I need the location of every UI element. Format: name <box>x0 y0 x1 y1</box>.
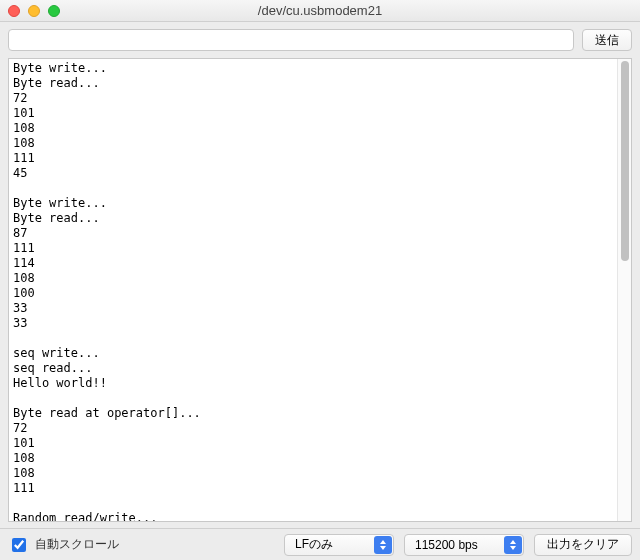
close-icon[interactable] <box>8 5 20 17</box>
baud-select[interactable]: 115200 bps <box>404 534 524 556</box>
autoscroll-checkbox[interactable]: 自動スクロール <box>8 535 274 555</box>
footer-bar: 自動スクロール LFのみ 115200 bps 出力をクリア <box>0 528 640 560</box>
line-ending-value: LFのみ <box>295 536 333 553</box>
zoom-icon[interactable] <box>48 5 60 17</box>
window-title: /dev/cu.usbmodem21 <box>258 3 382 18</box>
scrollbar-thumb[interactable] <box>621 61 629 261</box>
window-controls <box>8 5 60 17</box>
scrollbar[interactable] <box>617 59 631 521</box>
line-ending-select[interactable]: LFのみ <box>284 534 394 556</box>
serial-input[interactable] <box>8 29 574 51</box>
minimize-icon[interactable] <box>28 5 40 17</box>
send-toolbar: 送信 <box>0 22 640 58</box>
baud-value: 115200 bps <box>415 538 478 552</box>
chevron-updown-icon <box>504 536 522 554</box>
autoscroll-input[interactable] <box>12 538 26 552</box>
output-panel: Byte write... Byte read... 72 101 108 10… <box>8 58 632 522</box>
send-button[interactable]: 送信 <box>582 29 632 51</box>
autoscroll-label: 自動スクロール <box>35 536 119 553</box>
title-bar: /dev/cu.usbmodem21 <box>0 0 640 22</box>
serial-output: Byte write... Byte read... 72 101 108 10… <box>9 59 617 521</box>
clear-output-button[interactable]: 出力をクリア <box>534 534 632 556</box>
chevron-updown-icon <box>374 536 392 554</box>
